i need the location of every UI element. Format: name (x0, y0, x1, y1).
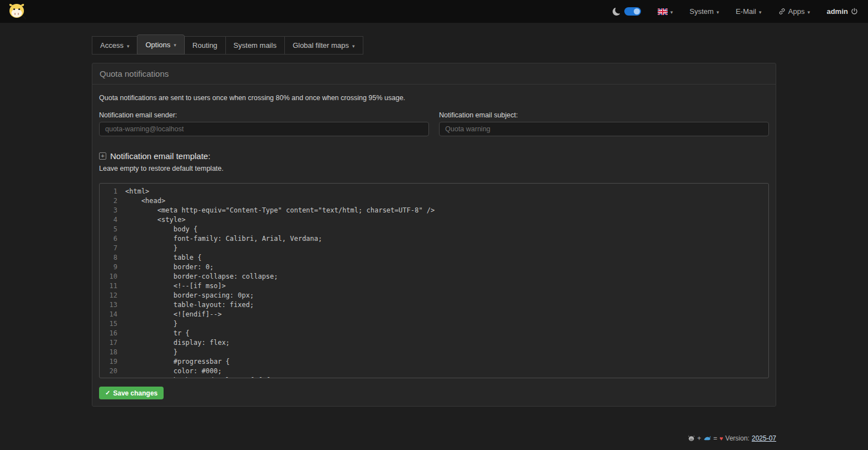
dark-mode-toggle[interactable] (613, 7, 641, 16)
save-changes-button[interactable]: ✓ Save changes (99, 387, 164, 399)
tab-access[interactable]: Access ▾ (92, 36, 137, 55)
menu-apps-label: Apps (788, 7, 805, 16)
panel-title: Quota notifications (92, 63, 776, 85)
main-content: Access ▾ Options ▾ Routing System mails … (92, 34, 776, 407)
panel-body: Quota notifications are sent to users on… (92, 85, 776, 406)
theme-switch[interactable] (624, 7, 641, 16)
tab-routing-label: Routing (193, 41, 218, 50)
template-code-editor[interactable]: 123456789101112131415161718192021 <html>… (99, 183, 769, 378)
heart-icon: ♥ (719, 435, 723, 442)
sender-label: Notification email sender: (99, 111, 429, 119)
menu-apps[interactable]: Apps ▾ (778, 7, 810, 16)
cow-icon (688, 436, 695, 442)
footer-equals: = (713, 434, 717, 442)
tab-global-filter-maps-label: Global filter maps (293, 41, 349, 50)
whale-icon (703, 436, 711, 441)
caret-down-icon: ▾ (807, 9, 810, 15)
caret-down-icon: ▾ (717, 9, 719, 15)
caret-down-icon: ▾ (670, 9, 673, 15)
template-section-toggle[interactable]: + Notification email template: (99, 151, 769, 161)
username-label: admin (827, 7, 848, 16)
top-navbar: ▾ System ▾ E-Mail ▾ Apps ▾ admin (0, 0, 868, 23)
mailcow-logo[interactable] (8, 3, 27, 21)
switch-knob (634, 8, 640, 14)
template-hint: Leave empty to restore default template. (99, 165, 769, 172)
editor-code[interactable]: <html> <head> <meta http-equiv="Content-… (121, 184, 768, 378)
language-menu[interactable]: ▾ (658, 8, 673, 15)
tab-system-mails[interactable]: System mails (225, 36, 285, 55)
expand-plus-icon[interactable]: + (99, 152, 106, 160)
footer-plus: + (697, 434, 701, 442)
footer: + = ♥ Version: 2025-07 (688, 434, 776, 442)
menu-system[interactable]: System ▾ (689, 7, 719, 16)
caret-down-icon: ▾ (174, 42, 176, 48)
template-label: Notification email template: (110, 151, 210, 161)
tab-options-label: Options (145, 41, 170, 49)
cow-logo-icon (8, 3, 27, 21)
caret-down-icon: ▾ (127, 43, 130, 49)
power-icon[interactable] (851, 8, 858, 15)
quota-description: Quota notifications are sent to users on… (99, 94, 769, 102)
version-label: Version: (726, 434, 749, 442)
moon-icon (613, 8, 620, 16)
caret-down-icon: ▾ (759, 9, 762, 15)
check-icon: ✓ (105, 389, 110, 397)
editor-gutter: 123456789101112131415161718192021 (100, 184, 121, 378)
quota-notifications-panel: Quota notifications Quota notifications … (92, 63, 776, 407)
tab-options[interactable]: Options ▾ (137, 34, 184, 55)
save-changes-label: Save changes (113, 389, 157, 397)
uk-flag-icon (658, 8, 668, 15)
tab-system-mails-label: System mails (234, 41, 277, 50)
tab-routing[interactable]: Routing (184, 36, 226, 55)
subject-label: Notification email subject: (439, 111, 769, 119)
notification-form-row: Notification email sender: Notification … (99, 111, 769, 136)
user-menu[interactable]: admin (827, 7, 858, 16)
menu-email[interactable]: E-Mail ▾ (736, 7, 761, 16)
subject-input[interactable] (439, 122, 769, 136)
menu-system-label: System (689, 7, 713, 16)
version-link[interactable]: 2025-07 (752, 434, 776, 442)
caret-down-icon: ▾ (352, 43, 355, 49)
tab-global-filter-maps[interactable]: Global filter maps ▾ (284, 36, 363, 55)
menu-email-label: E-Mail (736, 7, 756, 16)
settings-tabs: Access ▾ Options ▾ Routing System mails … (92, 34, 776, 55)
tab-access-label: Access (100, 41, 124, 50)
link-icon (778, 8, 786, 15)
sender-input[interactable] (99, 122, 429, 136)
